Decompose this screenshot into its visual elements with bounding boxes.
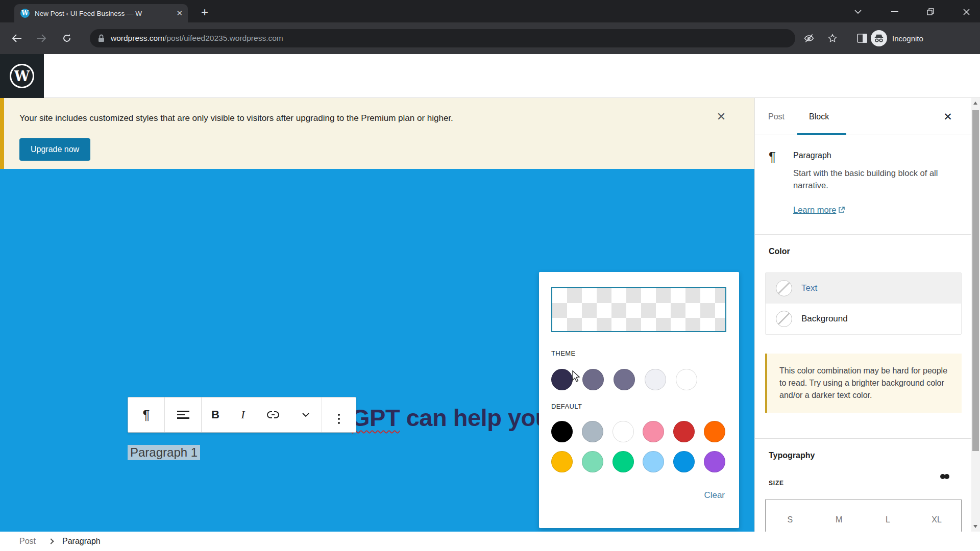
theme-swatch-3[interactable] (614, 369, 635, 390)
premium-upsell-banner: Your site includes customized styles tha… (0, 98, 754, 169)
lock-icon (98, 34, 105, 42)
theme-swatch-2[interactable] (582, 369, 604, 390)
selected-paragraph-text[interactable]: Paragraph 1 (128, 445, 200, 460)
reload-icon[interactable] (58, 30, 76, 47)
color-panel: Color Text Background This color combina… (755, 235, 971, 439)
sidebar-scrollbar[interactable] (971, 98, 980, 532)
default-swatch-amber[interactable] (551, 451, 573, 472)
paragraph-block-icon: ¶ (769, 149, 776, 165)
back-icon[interactable] (8, 30, 26, 47)
breadcrumb-post[interactable]: Post (19, 537, 36, 546)
theme-swatch-5[interactable] (676, 369, 697, 390)
breadcrumb-paragraph: Paragraph (62, 537, 101, 546)
tab-title: New Post ‹ UI Feed Business — W (35, 10, 163, 17)
theme-palette-label: THEME (551, 349, 576, 357)
wordpress-logo[interactable]: W (0, 54, 44, 98)
size-option-m[interactable]: M (815, 499, 864, 532)
learn-more-link[interactable]: Learn more (793, 205, 845, 215)
address-bar[interactable]: wordpress.com/post/uifeed20235.wordpress… (90, 29, 795, 47)
block-title: Paragraph (793, 151, 831, 160)
size-option-s[interactable]: S (766, 499, 815, 532)
clear-color-link[interactable]: Clear (704, 490, 725, 500)
tab-post[interactable]: Post (768, 112, 785, 121)
theme-swatch-4[interactable] (645, 369, 666, 390)
incognito-profile-badge[interactable]: Incognito (871, 27, 923, 49)
incognito-icon (871, 30, 887, 46)
sidebar-close-icon[interactable]: ✕ (941, 110, 954, 123)
heading-rest-text: can help you (400, 404, 550, 431)
window-minimize-icon[interactable] (888, 6, 901, 17)
default-swatch-orange[interactable] (704, 421, 725, 442)
typography-panel-title: Typography (769, 451, 815, 460)
block-breadcrumb-bar: Post Paragraph (0, 532, 980, 551)
link-icon[interactable] (257, 397, 289, 432)
url-domain: wordpress.com (111, 34, 164, 43)
block-options-icon[interactable] (322, 397, 356, 432)
default-swatch-pink[interactable] (643, 421, 664, 442)
window-restore-icon[interactable] (924, 6, 937, 17)
size-label: SIZE (769, 480, 784, 487)
default-swatch-blue[interactable] (673, 451, 695, 472)
bookmark-star-icon[interactable] (824, 30, 841, 47)
no-color-icon (776, 280, 792, 296)
block-description: Start with the basic building block of a… (793, 167, 971, 192)
font-size-segmented-control: S M L XL (765, 499, 962, 532)
breadcrumb-chevron-icon (48, 538, 54, 544)
new-tab-button[interactable]: + (201, 6, 208, 18)
size-option-xl[interactable]: XL (912, 499, 961, 532)
transparent-color-preview[interactable] (551, 287, 726, 332)
scrollbar-thumb[interactable] (972, 110, 979, 451)
browser-tab[interactable]: W New Post ‹ UI Feed Business — W ✕ (14, 4, 188, 22)
default-swatch-gray[interactable] (582, 421, 603, 442)
forward-icon[interactable] (33, 30, 50, 47)
size-option-l[interactable]: L (864, 499, 913, 532)
browser-toolbar: wordpress.com/post/uifeed20235.wordpress… (0, 22, 980, 54)
tab-search-chevron-icon[interactable] (851, 6, 865, 17)
banner-message: Your site includes customized styles tha… (19, 113, 453, 123)
password-hidden-eye-icon[interactable] (800, 30, 818, 47)
heading-misspelled-text: GPT (351, 404, 400, 431)
block-info-card: ¶ Paragraph Start with the basic buildin… (755, 136, 971, 235)
upgrade-now-button[interactable]: Upgrade now (19, 138, 90, 161)
block-toolbar: ¶ B I (128, 397, 356, 433)
theme-swatch-1[interactable] (551, 369, 573, 390)
default-swatch-lightblue[interactable] (643, 451, 664, 472)
side-panel-icon[interactable] (853, 30, 871, 47)
scroll-down-arrow-icon[interactable] (973, 525, 977, 528)
tab-block[interactable]: Block (809, 112, 829, 121)
incognito-label: Incognito (892, 34, 923, 43)
default-swatch-red[interactable] (673, 421, 695, 442)
external-link-icon (838, 207, 845, 213)
browser-tab-strip: W New Post ‹ UI Feed Business — W ✕ + (0, 0, 980, 22)
default-swatch-lightgreen[interactable] (582, 451, 603, 472)
editor-header: W + Save draft Preview Publish ? (0, 54, 980, 98)
tab-close-icon[interactable]: ✕ (176, 9, 183, 18)
banner-close-icon[interactable]: ✕ (715, 110, 728, 123)
contrast-warning: This color combination may be hard for p… (765, 354, 962, 413)
default-swatch-green[interactable] (612, 451, 634, 472)
settings-sidebar: Post Block ✕ ¶ Paragraph Start with the … (754, 98, 971, 532)
block-type-paragraph-icon[interactable]: ¶ (128, 397, 165, 432)
bold-button[interactable]: B (202, 397, 229, 432)
text-align-icon[interactable] (165, 397, 202, 432)
color-panel-title: Color (769, 247, 790, 256)
active-tab-indicator (797, 133, 846, 135)
text-color-option[interactable]: Text (766, 273, 961, 304)
typography-panel: Typography SIZE S M L XL (755, 439, 971, 532)
color-options-group: Text Background (765, 272, 962, 335)
no-color-icon (776, 311, 792, 327)
post-heading[interactable]: GPT can help you (351, 404, 550, 432)
sidebar-tabs: Post Block ✕ (755, 98, 971, 135)
more-formatting-chevron-icon[interactable] (289, 397, 322, 432)
default-swatch-white[interactable] (612, 421, 634, 442)
color-picker-popover: THEME DEFAULT Clear (539, 272, 739, 528)
default-swatch-black[interactable] (551, 421, 573, 442)
italic-button[interactable]: I (229, 397, 257, 432)
background-color-option[interactable]: Background (766, 304, 961, 334)
editor-canvas[interactable]: GPT can help you Paragraph 1 ¶ B I THEME (0, 169, 754, 532)
url-path: /post/uifeed20235.wordpress.com (164, 34, 283, 43)
default-swatch-purple[interactable] (704, 451, 725, 472)
mouse-cursor (572, 370, 582, 383)
window-close-icon[interactable] (960, 6, 973, 17)
scroll-up-arrow-icon[interactable] (973, 102, 977, 105)
